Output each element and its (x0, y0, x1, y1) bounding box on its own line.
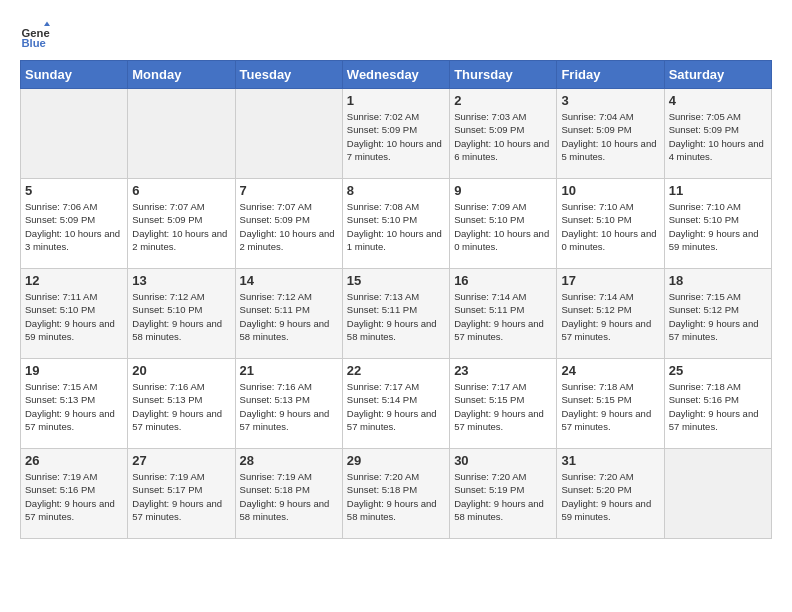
day-number: 26 (25, 453, 123, 468)
calendar-cell: 28Sunrise: 7:19 AMSunset: 5:18 PMDayligh… (235, 449, 342, 539)
day-info: Sunrise: 7:16 AMSunset: 5:13 PMDaylight:… (240, 380, 338, 433)
calendar-cell: 17Sunrise: 7:14 AMSunset: 5:12 PMDayligh… (557, 269, 664, 359)
day-info: Sunrise: 7:18 AMSunset: 5:15 PMDaylight:… (561, 380, 659, 433)
weekday-header: Friday (557, 61, 664, 89)
day-info: Sunrise: 7:20 AMSunset: 5:19 PMDaylight:… (454, 470, 552, 523)
day-number: 19 (25, 363, 123, 378)
day-number: 20 (132, 363, 230, 378)
day-number: 22 (347, 363, 445, 378)
day-info: Sunrise: 7:19 AMSunset: 5:17 PMDaylight:… (132, 470, 230, 523)
calendar-cell: 9Sunrise: 7:09 AMSunset: 5:10 PMDaylight… (450, 179, 557, 269)
weekday-header: Thursday (450, 61, 557, 89)
day-number: 14 (240, 273, 338, 288)
day-info: Sunrise: 7:06 AMSunset: 5:09 PMDaylight:… (25, 200, 123, 253)
calendar-cell: 6Sunrise: 7:07 AMSunset: 5:09 PMDaylight… (128, 179, 235, 269)
day-info: Sunrise: 7:20 AMSunset: 5:20 PMDaylight:… (561, 470, 659, 523)
day-info: Sunrise: 7:05 AMSunset: 5:09 PMDaylight:… (669, 110, 767, 163)
day-info: Sunrise: 7:17 AMSunset: 5:15 PMDaylight:… (454, 380, 552, 433)
day-number: 1 (347, 93, 445, 108)
day-info: Sunrise: 7:12 AMSunset: 5:10 PMDaylight:… (132, 290, 230, 343)
day-number: 25 (669, 363, 767, 378)
logo: General Blue (20, 20, 54, 50)
day-number: 4 (669, 93, 767, 108)
day-info: Sunrise: 7:17 AMSunset: 5:14 PMDaylight:… (347, 380, 445, 433)
calendar-cell: 25Sunrise: 7:18 AMSunset: 5:16 PMDayligh… (664, 359, 771, 449)
calendar-table: SundayMondayTuesdayWednesdayThursdayFrid… (20, 60, 772, 539)
day-info: Sunrise: 7:03 AMSunset: 5:09 PMDaylight:… (454, 110, 552, 163)
day-info: Sunrise: 7:11 AMSunset: 5:10 PMDaylight:… (25, 290, 123, 343)
day-info: Sunrise: 7:13 AMSunset: 5:11 PMDaylight:… (347, 290, 445, 343)
weekday-header: Wednesday (342, 61, 449, 89)
calendar-cell: 3Sunrise: 7:04 AMSunset: 5:09 PMDaylight… (557, 89, 664, 179)
calendar-cell: 16Sunrise: 7:14 AMSunset: 5:11 PMDayligh… (450, 269, 557, 359)
day-info: Sunrise: 7:15 AMSunset: 5:12 PMDaylight:… (669, 290, 767, 343)
calendar-cell: 12Sunrise: 7:11 AMSunset: 5:10 PMDayligh… (21, 269, 128, 359)
day-number: 29 (347, 453, 445, 468)
calendar-cell: 1Sunrise: 7:02 AMSunset: 5:09 PMDaylight… (342, 89, 449, 179)
calendar-cell (128, 89, 235, 179)
day-info: Sunrise: 7:14 AMSunset: 5:12 PMDaylight:… (561, 290, 659, 343)
calendar-cell (235, 89, 342, 179)
calendar-cell: 15Sunrise: 7:13 AMSunset: 5:11 PMDayligh… (342, 269, 449, 359)
calendar-cell: 21Sunrise: 7:16 AMSunset: 5:13 PMDayligh… (235, 359, 342, 449)
day-number: 24 (561, 363, 659, 378)
calendar-cell: 2Sunrise: 7:03 AMSunset: 5:09 PMDaylight… (450, 89, 557, 179)
day-info: Sunrise: 7:19 AMSunset: 5:16 PMDaylight:… (25, 470, 123, 523)
calendar-cell: 20Sunrise: 7:16 AMSunset: 5:13 PMDayligh… (128, 359, 235, 449)
day-number: 21 (240, 363, 338, 378)
day-info: Sunrise: 7:19 AMSunset: 5:18 PMDaylight:… (240, 470, 338, 523)
day-number: 6 (132, 183, 230, 198)
day-number: 13 (132, 273, 230, 288)
day-info: Sunrise: 7:15 AMSunset: 5:13 PMDaylight:… (25, 380, 123, 433)
calendar-cell: 22Sunrise: 7:17 AMSunset: 5:14 PMDayligh… (342, 359, 449, 449)
calendar-cell: 10Sunrise: 7:10 AMSunset: 5:10 PMDayligh… (557, 179, 664, 269)
weekday-header: Saturday (664, 61, 771, 89)
day-info: Sunrise: 7:10 AMSunset: 5:10 PMDaylight:… (561, 200, 659, 253)
calendar-cell: 18Sunrise: 7:15 AMSunset: 5:12 PMDayligh… (664, 269, 771, 359)
day-info: Sunrise: 7:20 AMSunset: 5:18 PMDaylight:… (347, 470, 445, 523)
day-number: 3 (561, 93, 659, 108)
weekday-header: Tuesday (235, 61, 342, 89)
day-info: Sunrise: 7:12 AMSunset: 5:11 PMDaylight:… (240, 290, 338, 343)
day-info: Sunrise: 7:02 AMSunset: 5:09 PMDaylight:… (347, 110, 445, 163)
calendar-cell: 5Sunrise: 7:06 AMSunset: 5:09 PMDaylight… (21, 179, 128, 269)
svg-marker-2 (44, 22, 50, 27)
calendar-cell: 19Sunrise: 7:15 AMSunset: 5:13 PMDayligh… (21, 359, 128, 449)
day-number: 17 (561, 273, 659, 288)
day-number: 16 (454, 273, 552, 288)
day-number: 12 (25, 273, 123, 288)
weekday-header: Monday (128, 61, 235, 89)
day-number: 27 (132, 453, 230, 468)
day-number: 10 (561, 183, 659, 198)
day-info: Sunrise: 7:07 AMSunset: 5:09 PMDaylight:… (132, 200, 230, 253)
day-number: 7 (240, 183, 338, 198)
calendar-cell: 13Sunrise: 7:12 AMSunset: 5:10 PMDayligh… (128, 269, 235, 359)
calendar-cell: 23Sunrise: 7:17 AMSunset: 5:15 PMDayligh… (450, 359, 557, 449)
day-info: Sunrise: 7:10 AMSunset: 5:10 PMDaylight:… (669, 200, 767, 253)
day-info: Sunrise: 7:18 AMSunset: 5:16 PMDaylight:… (669, 380, 767, 433)
day-number: 28 (240, 453, 338, 468)
day-number: 31 (561, 453, 659, 468)
day-number: 23 (454, 363, 552, 378)
calendar-cell: 30Sunrise: 7:20 AMSunset: 5:19 PMDayligh… (450, 449, 557, 539)
day-info: Sunrise: 7:16 AMSunset: 5:13 PMDaylight:… (132, 380, 230, 433)
day-number: 18 (669, 273, 767, 288)
day-info: Sunrise: 7:07 AMSunset: 5:09 PMDaylight:… (240, 200, 338, 253)
calendar-cell: 11Sunrise: 7:10 AMSunset: 5:10 PMDayligh… (664, 179, 771, 269)
weekday-header: Sunday (21, 61, 128, 89)
calendar-cell (21, 89, 128, 179)
calendar-cell: 24Sunrise: 7:18 AMSunset: 5:15 PMDayligh… (557, 359, 664, 449)
calendar-cell: 8Sunrise: 7:08 AMSunset: 5:10 PMDaylight… (342, 179, 449, 269)
day-info: Sunrise: 7:09 AMSunset: 5:10 PMDaylight:… (454, 200, 552, 253)
day-info: Sunrise: 7:14 AMSunset: 5:11 PMDaylight:… (454, 290, 552, 343)
calendar-cell: 4Sunrise: 7:05 AMSunset: 5:09 PMDaylight… (664, 89, 771, 179)
calendar-cell: 27Sunrise: 7:19 AMSunset: 5:17 PMDayligh… (128, 449, 235, 539)
day-number: 2 (454, 93, 552, 108)
svg-text:Blue: Blue (22, 37, 46, 49)
day-info: Sunrise: 7:04 AMSunset: 5:09 PMDaylight:… (561, 110, 659, 163)
day-number: 9 (454, 183, 552, 198)
day-number: 15 (347, 273, 445, 288)
day-number: 11 (669, 183, 767, 198)
calendar-cell: 29Sunrise: 7:20 AMSunset: 5:18 PMDayligh… (342, 449, 449, 539)
calendar-cell (664, 449, 771, 539)
